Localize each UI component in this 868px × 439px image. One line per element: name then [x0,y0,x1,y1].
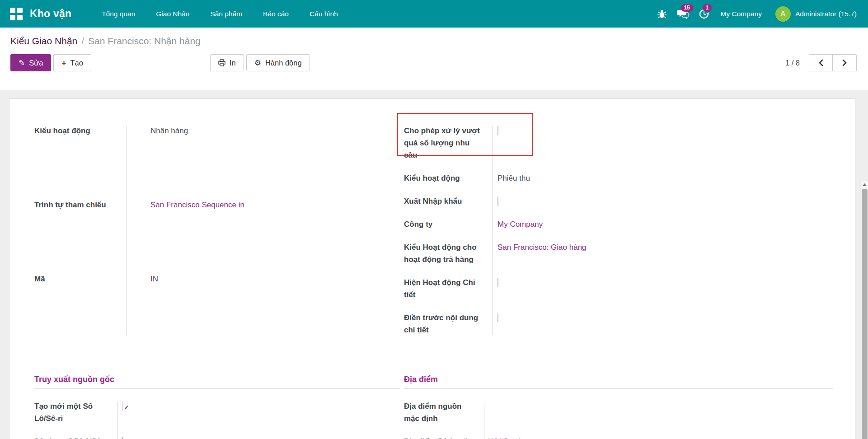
user-menu[interactable]: Administrator (15.7) [795,10,857,18]
section-title-locations: Địa điểm [404,375,833,389]
printer-icon [218,59,225,66]
group-traceability: Tạo mới một Số Lô/Sê-ri Sử dụng Số Lô/Sê… [34,400,400,439]
field-label: Mã [34,273,126,285]
gear-icon: ⚙ [254,59,261,67]
field-value-operation-kind: Phiếu thu [492,172,833,184]
field-value-code: IN [126,273,400,285]
checkbox-prefill-detailed-operations[interactable] [497,313,498,322]
menu-item-giao-nhan[interactable]: Giao Nhận [145,5,200,23]
group-operation-settings: Cho phép xử lý vượt quá số lượng nhu cầu… [404,125,833,336]
checkbox-allow-over-processing[interactable] [497,126,498,135]
navbar-right: 15 1 My Company A Administrator (15.7) [652,5,857,23]
breadcrumb-current: San Francisco: Nhận hàng [88,36,201,46]
create-button-label: Tạo [70,59,83,67]
field-label: Kiểu hoạt động [404,172,492,184]
checkbox-use-existing-lots[interactable] [122,437,123,439]
form-sheet: Kiểu hoạt động Nhận hàng Trình tự tham c… [9,98,855,439]
field-link-company[interactable]: My Company [497,220,543,229]
bottom-groups: Truy xuất nguồn gốc Tạo mới một Số Lô/Sê… [34,375,855,439]
field-label: Cho phép xử lý vượt quá số lượng nhu cầu [404,125,492,161]
plus-icon: + [61,59,66,67]
field-value-operation-type: Nhận hàng [126,125,400,137]
action-button-label: Hành động [265,59,302,67]
field-label: Tạo mới một Số Lô/Sê-ri [34,400,117,425]
company-switcher[interactable]: My Company [714,10,768,18]
scrollbar-up-arrow[interactable] [861,181,868,189]
button-row: ✎ Sửa + Tạo In ⚙ Hành động [10,54,857,71]
breadcrumb: Kiểu Giao Nhận/San Francisco: Nhận hàng [10,34,857,48]
field-label: Công ty [404,218,492,230]
group-separator [126,126,127,335]
section-locations: Địa điểm Địa điểm nguồn mặc định Địa điể… [404,375,833,439]
group-separator [117,402,118,439]
menu-item-tong-quan[interactable]: Tổng quan [91,5,145,23]
checkbox-create-new-lots[interactable] [122,402,123,411]
field-label: Kiểu hoạt động [34,125,126,137]
apps-menu-icon[interactable] [10,8,23,20]
breadcrumb-separator: / [81,36,84,46]
checkbox-import-export[interactable] [497,196,498,206]
main-menu: Tổng quan Giao Nhận Sản phẩm Báo cáo Cấu… [91,5,348,23]
group-separator [492,126,493,335]
chevron-left-icon [818,59,824,66]
activity-count-badge: 1 [703,4,712,12]
scrollbar-thumb[interactable] [862,189,868,439]
field-label: Trình tự tham chiếu [34,199,126,211]
edit-button[interactable]: ✎ Sửa [10,54,51,71]
vertical-scrollbar[interactable] [860,181,868,439]
checkbox-show-detailed-operations[interactable] [497,278,498,287]
content-area: Kiểu hoạt động Nhận hàng Trình tự tham c… [0,90,868,439]
field-label: Sử dụng Số Lô/Sê-ri sẵn có [34,435,117,439]
field-link-return-operation-type[interactable]: San Francisco: Giao hàng [497,243,586,252]
breadcrumb-parent[interactable]: Kiểu Giao Nhận [10,36,77,46]
section-traceability: Truy xuất nguồn gốc Tạo mới một Số Lô/Sê… [34,375,400,439]
menu-item-cau-hinh[interactable]: Cấu hình [299,5,348,23]
app-brand[interactable]: Kho vận [30,8,71,20]
group-locations: Địa điểm nguồn mặc định Địa điểm Đích mặ… [404,400,833,439]
field-label: Địa điểm nguồn mặc định [404,400,484,425]
pager-next-button[interactable] [833,54,857,71]
record-pager: 1 / 8 [785,54,857,71]
create-button[interactable]: + Tạo [53,54,91,71]
top-navbar: Kho vận Tổng quan Giao Nhận Sản phẩm Báo… [0,0,868,28]
print-button[interactable]: In [210,54,244,71]
activity-clock-icon[interactable]: 1 [694,5,714,23]
field-label: Xuất Nhập khẩu [404,195,492,207]
top-groups: Kiểu hoạt động Nhận hàng Trình tự tham c… [34,125,855,336]
messages-count-badge: 15 [681,4,693,12]
group-separator [484,402,484,439]
pager-previous-button[interactable] [809,54,833,71]
section-title-traceability: Truy xuất nguồn gốc [34,375,400,389]
print-button-label: In [230,59,236,67]
control-panel: Kiểu Giao Nhận/San Francisco: Nhận hàng … [0,28,868,90]
field-label: Điền trước nội dung chi tiết [404,312,492,336]
print-action-group: In ⚙ Hành động [210,54,310,71]
field-label: Địa điểm Đích mặc định [404,435,484,439]
pager-counter: 1 / 8 [785,59,800,67]
chevron-right-icon [842,59,847,66]
messages-icon[interactable]: 15 [672,5,694,23]
group-operation-info: Kiểu hoạt động Nhận hàng Trình tự tham c… [34,125,400,336]
debug-bug-icon[interactable] [652,5,672,23]
pencil-icon: ✎ [19,59,25,67]
field-label: Kiểu Hoạt động cho hoạt động trả hàng [404,241,492,266]
menu-item-san-pham[interactable]: Sản phẩm [200,5,253,23]
user-avatar[interactable]: A [775,6,791,22]
menu-item-bao-cao[interactable]: Báo cáo [253,5,299,23]
field-label: Hiện Hoạt động Chi tiết [404,276,492,301]
field-link-reference-sequence[interactable]: San Francisco Sequence in [150,201,244,209]
edit-button-label: Sửa [29,59,43,67]
field-link-default-destination-location[interactable]: WH/Stock [488,437,523,439]
action-button[interactable]: ⚙ Hành động [246,54,310,71]
